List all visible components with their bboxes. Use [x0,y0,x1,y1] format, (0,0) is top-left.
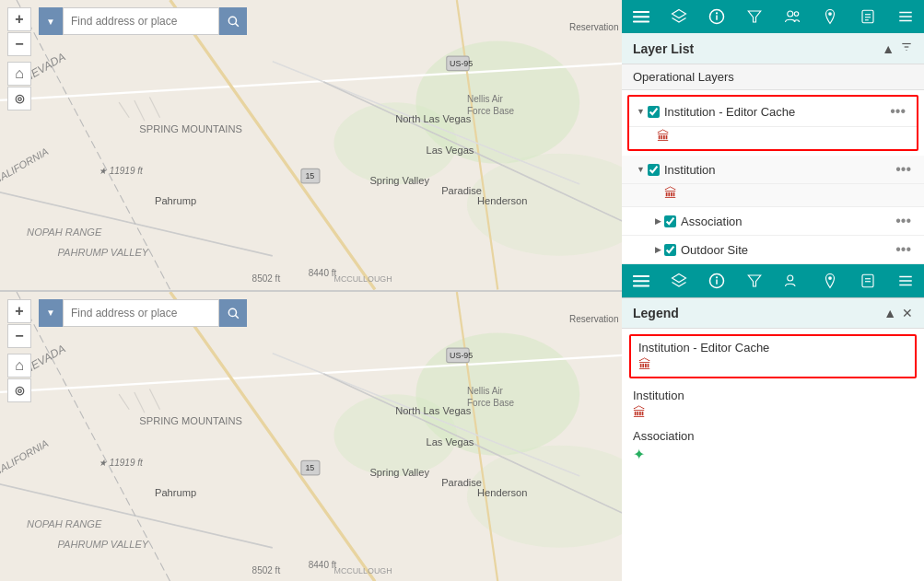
bottom-toolbar-filter-btn[interactable] [735,264,773,297]
search-dropdown-btn[interactable]: ▼ [39,7,63,35]
legend-actions: ▲ ✕ [883,306,913,320]
svg-text:US-95: US-95 [450,59,473,68]
map-top: NEVADA CALIFORNIA SPRING MOUNTAINS ★ 119… [0,0,622,292]
layer-checkbox-outdoor-site[interactable] [664,244,676,256]
toolbar-notes-btn[interactable] [848,0,886,33]
layer-row-editor-cache: ▼ Institution - Editor Cache ••• [629,97,917,127]
layer-more-btn-editor-cache[interactable]: ••• [886,103,909,120]
zoom-in-btn-2[interactable]: + [7,299,31,323]
search-bar-top: ▼ [39,7,247,35]
legend-close-btn[interactable]: ✕ [902,306,913,320]
legend-item-association: Association ✦ [622,424,924,468]
layer-building-icon-institution: 🏛 [664,186,677,201]
legend-item-institution: Institution 🏛 [622,384,924,424]
svg-text:Nellis Air: Nellis Air [467,386,504,396]
layer-name-editor-cache: Institution - Editor Cache [664,105,886,119]
legend-item-editor-cache: Institution - Editor Cache 🏛 [629,334,917,378]
svg-text:8502 ft: 8502 ft [252,564,281,575]
svg-text:MCCULLOUGH: MCCULLOUGH [334,565,392,575]
svg-point-108 [828,276,832,280]
svg-point-88 [828,12,832,16]
bottom-toolbar-layers-btn[interactable] [660,264,697,297]
bottom-toolbar-info-btn[interactable] [697,264,735,297]
svg-text:Pahrump: Pahrump [155,195,196,206]
zoom-out-btn-2[interactable]: − [7,324,31,348]
svg-text:8440 ft: 8440 ft [309,268,337,278]
search-input-bottom[interactable] [63,299,219,327]
search-input-top[interactable] [63,7,219,35]
search-go-btn-top[interactable] [219,7,247,35]
bottom-toolbar-menu-btn[interactable] [622,264,660,297]
bottom-toolbar-notes-btn[interactable] [848,264,886,297]
layer-collapse-arrow-editor-cache[interactable]: ▼ [637,107,645,116]
toolbar-people-btn[interactable] [773,0,811,33]
svg-text:Spring Valley: Spring Valley [369,467,429,478]
svg-rect-78 [633,11,649,13]
layer-more-btn-institution[interactable]: ••• [892,161,915,178]
svg-text:SPRING MOUNTAINS: SPRING MOUNTAINS [139,415,242,426]
layer-name-outdoor-site: Outdoor Site [681,243,892,257]
bottom-toolbar-pin-btn[interactable] [811,264,848,297]
map-bottom-controls: + − ⌂ ◎ [7,299,31,402]
svg-marker-85 [748,11,761,22]
home-btn-2[interactable]: ⌂ [7,354,31,378]
location-btn-2[interactable]: ◎ [7,378,31,402]
svg-text:Paradise: Paradise [441,185,482,196]
legend-name-association: Association [633,429,913,443]
legend-collapse-btn[interactable]: ▲ [883,306,896,320]
svg-text:Force Base: Force Base [467,106,515,116]
svg-rect-109 [862,274,873,287]
svg-point-107 [787,275,792,281]
svg-text:Las Vegas: Las Vegas [427,145,474,156]
toolbar-filter-btn[interactable] [735,0,773,33]
svg-text:Pahrump: Pahrump [155,487,196,498]
svg-text:North Las Vegas: North Las Vegas [395,405,472,416]
layer-icon-row-institution: 🏛 [622,184,924,206]
layer-checkbox-institution[interactable] [648,164,660,176]
layer-list-title: Layer List [633,41,694,56]
layer-row-institution: ▼ Institution ••• [622,156,924,184]
layer-list-panel: Layer List ▲ Operational Layers ▼ Instit… [622,33,924,264]
svg-point-76 [228,308,236,316]
search-bar-bottom: ▼ [39,299,247,327]
svg-text:★ 11919 ft: ★ 11919 ft [99,166,144,176]
bottom-toolbar [622,264,924,297]
zoom-out-btn[interactable]: − [7,32,31,56]
svg-text:Henderson: Henderson [477,487,527,498]
svg-text:8440 ft: 8440 ft [309,560,337,570]
home-btn[interactable]: ⌂ [7,62,31,86]
toolbar-info-btn[interactable] [697,0,735,33]
layer-expand-outdoor[interactable]: ▶ [655,245,661,254]
legend-title: Legend [633,306,679,320]
search-go-btn-bottom[interactable] [219,299,247,327]
operational-layers-label: Operational Layers [622,64,924,90]
svg-text:★ 11919 ft: ★ 11919 ft [99,457,144,467]
layer-item-outdoor-site: ▶ Outdoor Site ••• [622,236,924,264]
legend-icon-association: ✦ [633,446,913,463]
svg-rect-99 [633,275,649,277]
toolbar-menu-btn[interactable] [622,0,660,33]
layer-list-header: Layer List ▲ [622,33,924,64]
layer-list-filter-btn[interactable] [900,41,913,56]
bottom-toolbar-people-btn[interactable] [773,264,811,297]
location-btn[interactable]: ◎ [7,87,31,110]
map-container: NEVADA CALIFORNIA SPRING MOUNTAINS ★ 119… [0,0,622,581]
bottom-toolbar-more-btn[interactable] [886,264,924,297]
layer-list-collapse-btn[interactable]: ▲ [882,41,895,56]
svg-text:PAHRUMP VALLEY: PAHRUMP VALLEY [57,538,149,549]
layer-expand-association[interactable]: ▶ [655,216,661,226]
layer-collapse-arrow-institution[interactable]: ▼ [637,165,645,174]
right-panel: Layer List ▲ Operational Layers ▼ Instit… [622,0,924,581]
layer-more-btn-association[interactable]: ••• [892,213,915,229]
toolbar-pin-btn[interactable] [811,0,848,33]
layer-checkbox-editor-cache[interactable] [648,106,660,118]
zoom-in-btn[interactable]: + [7,7,31,31]
toolbar-more-btn[interactable] [886,0,924,33]
layer-item-editor-cache: ▼ Institution - Editor Cache ••• 🏛 [627,95,918,151]
layer-name-association: Association [681,215,892,228]
search-dropdown-btn-2[interactable]: ▼ [39,299,63,327]
svg-text:Paradise: Paradise [441,477,482,488]
layer-more-btn-outdoor-site[interactable]: ••• [892,241,915,258]
layer-checkbox-association[interactable] [664,215,676,227]
toolbar-layers-btn[interactable] [660,0,697,33]
